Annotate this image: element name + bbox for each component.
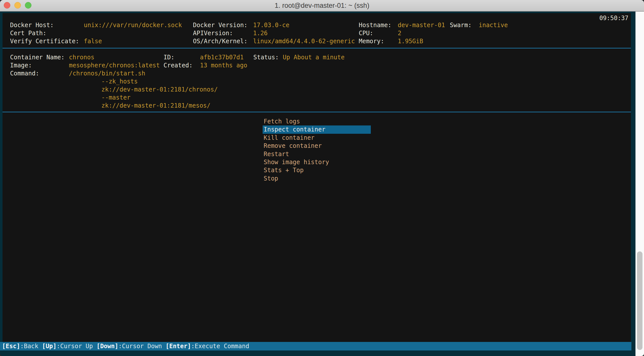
command-arg: zk://dev-master-01:2181/chronos/ — [101, 85, 218, 94]
separator-bottom — [3, 112, 631, 112]
image-label: Image: — [10, 61, 32, 70]
titlebar[interactable]: 1. root@dev-master-01: ~ (ssh) — [0, 0, 644, 12]
scrollbar[interactable] — [635, 12, 644, 356]
docker-version-label: Docker Version: — [193, 21, 248, 29]
clock: 09:50:37 — [599, 14, 628, 22]
api-version-value: 1.26 — [253, 29, 268, 37]
container-id-value: afb1c37b07d1 — [200, 53, 244, 62]
command-arg: zk://dev-master-01:2181/mesos/ — [101, 102, 210, 110]
hint-cursor-up: :Cursor Up — [57, 343, 97, 350]
container-id-label: ID: — [164, 53, 174, 62]
os-arch-kernel-value: linux/amd64/4.4.0-62-generic — [253, 37, 355, 46]
menu-item-inspect-container[interactable]: Inspect container — [263, 125, 371, 134]
key-enter: [Enter] — [166, 343, 191, 350]
menu-item-kill-container[interactable]: Kill container — [264, 134, 314, 142]
menu-item-remove-container[interactable]: Remove container — [264, 142, 322, 150]
window-title: 1. root@dev-master-01: ~ (ssh) — [0, 0, 644, 11]
command-arg: --master — [101, 94, 131, 102]
command-arg: --zk_hosts — [101, 77, 138, 86]
status-value: Up About a minute — [283, 53, 345, 62]
status-label: Status: — [253, 53, 279, 62]
menu-item-restart[interactable]: Restart — [264, 150, 289, 158]
terminal-window: 1. root@dev-master-01: ~ (ssh) 09:50:37 … — [0, 0, 644, 356]
hostname-value: dev-master-01 — [398, 21, 445, 29]
separator-top — [3, 48, 631, 49]
created-label: Created: — [164, 61, 193, 70]
key-down: [Down] — [97, 343, 118, 350]
container-name-value: chronos — [69, 53, 94, 62]
docker-host-label: Docker Host: — [10, 21, 54, 29]
cpu-label: CPU: — [359, 29, 373, 37]
hint-back: :Back — [20, 343, 42, 350]
scrollbar-thumb[interactable] — [637, 251, 642, 350]
os-arch-kernel-label: OS/Arch/Kernel: — [193, 37, 248, 46]
command-label: Command: — [10, 69, 39, 78]
verify-cert-label: Verify Certificate: — [10, 37, 79, 46]
swarm-value: inactive — [479, 21, 508, 29]
docker-version-value: 17.03.0-ce — [253, 21, 290, 29]
menu-item-stats-top[interactable]: Stats + Top — [264, 166, 304, 174]
menu-item-stop[interactable]: Stop — [264, 174, 278, 183]
cert-path-label: Cert Path: — [10, 29, 47, 37]
key-up: [Up] — [42, 343, 57, 350]
image-value: mesosphere/chronos:latest — [69, 61, 160, 70]
docker-host-value: unix:///var/run/docker.sock — [84, 21, 182, 29]
created-value: 13 months ago — [200, 61, 247, 70]
api-version-label: APIVersion: — [193, 29, 233, 37]
command-value: /chronos/bin/start.sh — [69, 69, 145, 78]
memory-label: Memory: — [359, 37, 384, 46]
cpu-value: 2 — [398, 29, 401, 37]
container-name-label: Container Name: — [10, 53, 65, 62]
menu-item-fetch-logs[interactable]: Fetch logs — [264, 117, 300, 126]
memory-value: 1.95GiB — [398, 37, 423, 46]
swarm-label: Swarm: — [450, 21, 472, 29]
verify-cert-value: false — [84, 37, 102, 46]
hint-cursor-down: :Cursor Down — [118, 343, 166, 350]
terminal-screen: 09:50:37 Docker Host: unix:///var/run/do… — [3, 13, 631, 342]
key-esc: [Esc] — [2, 343, 20, 350]
hostname-label: Hostname: — [359, 21, 391, 29]
status-bar: [Esc]:Back [Up]:Cursor Up [Down]:Cursor … — [0, 342, 631, 350]
terminal-content: 09:50:37 Docker Host: unix:///var/run/do… — [0, 12, 644, 356]
menu-item-show-image-history[interactable]: Show image history — [264, 158, 329, 166]
hint-execute-command: :Execute Command — [191, 343, 249, 350]
